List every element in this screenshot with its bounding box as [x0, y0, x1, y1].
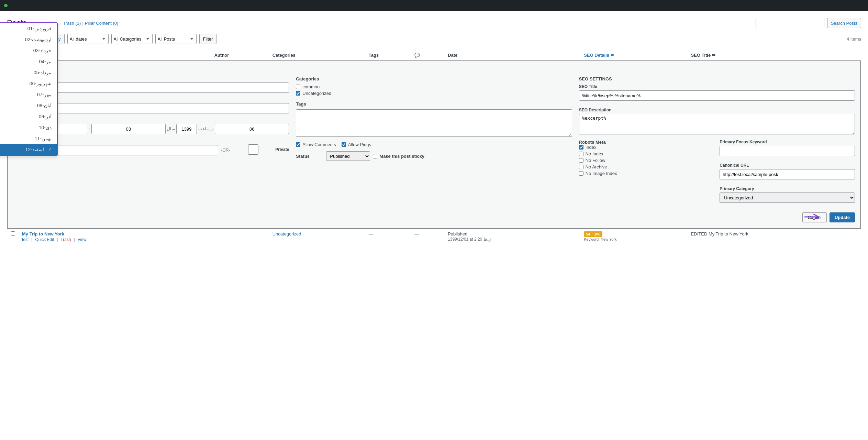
trash-link[interactable]: Trash [60, 237, 71, 242]
robot-no-archive: No Archive [579, 164, 714, 169]
all-categories-select[interactable]: All Categories [111, 34, 153, 44]
robot-no-follow: No Follow [579, 158, 714, 163]
date-hour-input[interactable] [91, 124, 166, 134]
post-actions: test | Quick Edit | Trash | View [22, 237, 208, 242]
categories-label: Categories [296, 76, 572, 81]
category-common-checkbox[interactable] [296, 85, 300, 89]
view-link[interactable]: View [78, 237, 87, 242]
search-input[interactable] [756, 18, 824, 28]
or-text: -OR- [221, 148, 230, 153]
filter-pillar[interactable]: Pillar Content (0) [85, 21, 119, 26]
post-title-link[interactable]: My Trip to New York [22, 231, 64, 236]
robot-no-archive-checkbox[interactable] [579, 165, 583, 169]
update-arrow-icon [804, 213, 821, 222]
primary-kw-input[interactable] [720, 146, 855, 156]
canonical-url-input[interactable] [720, 169, 855, 179]
tags-input[interactable] [296, 109, 572, 137]
month-option-05[interactable]: مرداد-05 [0, 67, 57, 78]
month-option-04[interactable]: تیر-04 [0, 56, 57, 67]
edit-link[interactable]: test [22, 237, 29, 242]
comments-value: — [414, 231, 419, 236]
seo-desc-label: SEO Description [579, 108, 855, 112]
seo-title-field: SEO Title [579, 84, 855, 103]
robot-no-image-index: No Image Index [579, 171, 714, 176]
post-date: 1399/12/01 at 2:20 ق.ظ [448, 237, 491, 242]
robots-section: Robots Meta Index [579, 140, 714, 207]
month-option-08[interactable]: آبان-08 [0, 100, 57, 111]
date-field: Date درساعت فروردین-01 ارد [13, 118, 289, 134]
seo-desc-textarea[interactable]: %excerpt% [579, 114, 855, 134]
table-row: My Trip to New York test | Quick Edit | … [7, 228, 861, 245]
month-option-01[interactable]: فروردین-01 [0, 23, 57, 34]
category-link[interactable]: Uncategorized [272, 231, 301, 236]
tags-section: Tags [296, 101, 572, 138]
robot-no-index-checkbox[interactable] [579, 152, 583, 156]
date-colon: : [89, 126, 90, 131]
month-option-02[interactable]: اردیبهشت-02 [0, 34, 57, 45]
score-value: 54 [586, 232, 590, 236]
col-date: Date [444, 50, 580, 61]
category-uncategorized: Uncategorized [296, 91, 572, 96]
col-seo-details[interactable]: SEO Details ✏ [580, 50, 687, 61]
month-option-03[interactable]: خرداد-03 [0, 45, 57, 56]
seo-title-label: SEO Title [579, 84, 855, 89]
seo-title-input[interactable] [579, 90, 855, 101]
status-select[interactable]: Published Draft Pending Review [326, 151, 370, 161]
month-option-10[interactable]: دی-10 [0, 122, 57, 133]
month-option-11[interactable]: بهمن-11 [0, 133, 57, 144]
category-uncategorized-label: Uncategorized [302, 91, 331, 96]
robot-no-image-index-checkbox[interactable] [579, 171, 583, 176]
private-checkbox[interactable] [233, 144, 274, 155]
categories-list: common Uncategorized [296, 84, 572, 96]
robots-label: Robots Meta [579, 140, 714, 145]
filter-trash[interactable]: Trash (3) [63, 21, 81, 26]
robot-no-follow-checkbox[interactable] [579, 158, 583, 163]
row-checkbox[interactable] [11, 231, 15, 236]
date-day-input[interactable] [215, 124, 289, 134]
toolbar: Bulk actions Apply All dates All Categor… [7, 34, 861, 44]
status-dot [4, 4, 8, 7]
primary-kw-field: Primary Focus Keyword [720, 140, 855, 159]
all-posts-select[interactable]: All Posts [155, 34, 197, 44]
sticky-label[interactable]: Make this post sticky [373, 154, 424, 159]
allow-comments-checkbox[interactable] [296, 142, 300, 147]
post-date-cell: Published 1399/12/01 at 2:20 ق.ظ [444, 228, 580, 245]
category-uncategorized-checkbox[interactable] [296, 91, 300, 96]
comment-ping-row: Allow Comments Allow Pings [296, 142, 572, 147]
posts-table: Title Author Categories Tags 💬 Date SEO … [7, 50, 861, 245]
date-year-label: سال [167, 126, 175, 131]
quick-edit-right: SEO SETTINGS SEO Title SEO Description %… [579, 76, 855, 207]
all-dates-select[interactable]: All dates [67, 34, 109, 44]
check-icon: ✓ [47, 147, 52, 152]
allow-pings-label[interactable]: Allow Pings [342, 142, 371, 147]
allow-comments-label[interactable]: Allow Comments [296, 142, 336, 147]
allow-pings-checkbox[interactable] [342, 142, 346, 147]
top-bar [0, 0, 868, 11]
private-checkbox-label[interactable]: Private [233, 144, 289, 155]
quick-edit-link[interactable]: Quick Edit [35, 237, 54, 242]
month-option-07[interactable]: مهر-07 [0, 89, 57, 100]
primary-cat-label: Primary Category [720, 186, 855, 191]
post-title-cell: My Trip to New York test | Quick Edit | … [19, 228, 211, 245]
col-seo-title[interactable]: SEO Title ✏ [688, 50, 861, 61]
sticky-checkbox[interactable] [373, 154, 377, 158]
post-comments-cell: — [411, 228, 444, 245]
robots-list: Index No Index [579, 145, 714, 176]
search-posts-button[interactable]: Search Posts [827, 18, 861, 28]
quick-edit-middle: Categories common Uncategori [296, 76, 572, 207]
canonical-url-label: Canonical URL [720, 163, 855, 168]
seo-title-value: EDITED My Trip to New York [691, 231, 748, 236]
primary-cat-select[interactable]: Uncategorized [720, 192, 855, 203]
date-year-input[interactable] [176, 124, 197, 134]
status-sticky-row: Status Published Draft Pending Review [296, 151, 572, 161]
update-button[interactable]: Update [830, 212, 855, 222]
quick-edit-row: QUICK EDIT Title Slug [7, 61, 861, 228]
month-option-06[interactable]: شهریور-06 [0, 78, 57, 89]
month-option-09[interactable]: آذر-09 [0, 111, 57, 122]
col-comments: 💬 [411, 50, 444, 61]
col-tags: Tags [365, 50, 411, 61]
robot-index-checkbox[interactable] [579, 145, 583, 150]
month-option-12[interactable]: ✓ اسفند-12 [0, 144, 57, 155]
update-row: Update [830, 212, 855, 222]
filter-button[interactable]: Filter [199, 34, 217, 44]
